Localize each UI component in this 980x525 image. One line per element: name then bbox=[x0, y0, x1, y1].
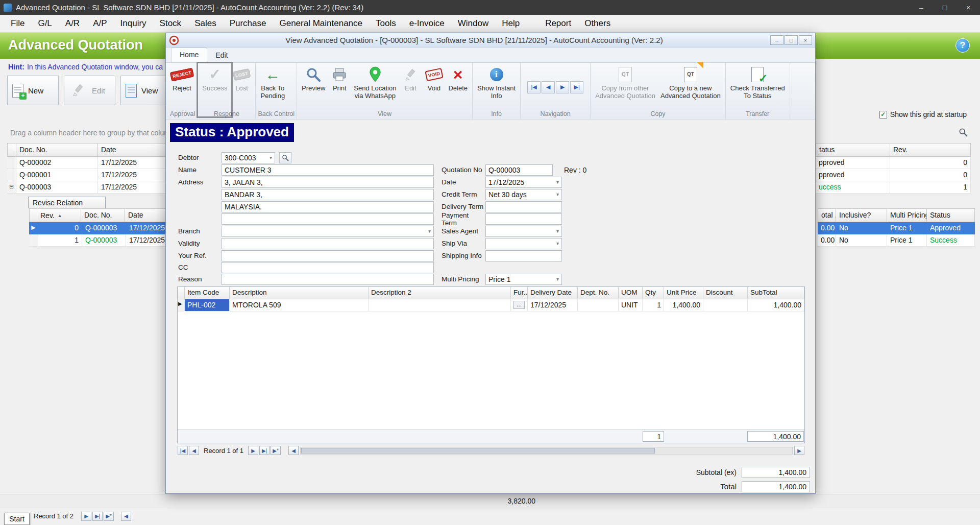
reason-field[interactable] bbox=[222, 274, 434, 285]
chevron-down-icon[interactable]: ▾ bbox=[556, 228, 559, 234]
table-row[interactable]: 0.00 No Price 1 Success bbox=[818, 234, 975, 247]
column-status[interactable]: Status bbox=[927, 208, 975, 222]
table-row[interactable]: ⊟ Q-000003 17/12/2025 bbox=[7, 181, 169, 194]
table-row[interactable]: Q-000002 17/12/2025 bbox=[7, 157, 169, 169]
horizontal-scrollbar[interactable] bbox=[300, 447, 793, 455]
item-row[interactable]: ▶ PHL-002 MTOROLA 509 … 17/12/2025 UNIT … bbox=[178, 299, 804, 312]
new-button[interactable]: + New bbox=[7, 76, 59, 105]
column-rev[interactable]: Rev. ▲ bbox=[37, 208, 81, 222]
column-total[interactable]: otal ... bbox=[818, 208, 836, 222]
help-icon[interactable]: ? bbox=[955, 38, 970, 53]
dialog-close-button[interactable]: × bbox=[799, 35, 812, 45]
menu-ap[interactable]: A/P bbox=[86, 18, 113, 29]
search-icon[interactable] bbox=[959, 128, 968, 138]
column-doc-no[interactable]: Doc. No. bbox=[81, 208, 125, 222]
debtor-lookup-button[interactable] bbox=[279, 152, 291, 163]
table-row[interactable]: pproved 0 bbox=[816, 157, 971, 169]
table-row[interactable]: Q-000001 17/12/2025 bbox=[7, 169, 169, 181]
lost-button[interactable]: LOST Lost bbox=[230, 64, 253, 109]
address-field-1[interactable]: 3, JALAN 3, bbox=[222, 177, 434, 188]
column-subtotal[interactable]: SubTotal bbox=[748, 287, 804, 299]
quotation-no-field[interactable]: Q-000003 bbox=[485, 164, 553, 176]
menu-stock[interactable]: Stock bbox=[153, 18, 188, 29]
menu-report[interactable]: Report bbox=[538, 18, 578, 29]
table-row-selected[interactable]: ▶ 0 Q-000003 17/12/2025 bbox=[29, 222, 187, 234]
column-further[interactable]: Fur... bbox=[511, 287, 528, 299]
column-dept-no[interactable]: Dept. No. bbox=[578, 287, 619, 299]
your-ref-field[interactable] bbox=[222, 250, 434, 261]
multi-pricing-combo[interactable]: Price 1▾ bbox=[485, 274, 562, 285]
menu-einvoice[interactable]: e-Invoice bbox=[403, 18, 451, 29]
chevron-down-icon[interactable]: ▾ bbox=[556, 241, 559, 246]
sales-agent-combo[interactable]: ▾ bbox=[485, 226, 562, 237]
menu-file[interactable]: File bbox=[4, 18, 31, 29]
close-button[interactable]: × bbox=[957, 0, 980, 15]
column-qty[interactable]: Qty bbox=[643, 287, 664, 299]
column-rev[interactable]: Rev. bbox=[890, 143, 971, 157]
table-row[interactable]: uccess 1 bbox=[816, 181, 971, 194]
menu-tools[interactable]: Tools bbox=[369, 18, 403, 29]
nav-new-button[interactable]: ▶* bbox=[271, 446, 281, 455]
nav-first-button[interactable]: |◀ bbox=[178, 446, 188, 455]
nav-prev-button[interactable]: ◀ bbox=[189, 446, 199, 455]
nav-next-button[interactable]: ▶ bbox=[248, 446, 258, 455]
scroll-left-button[interactable]: ◀ bbox=[288, 446, 299, 455]
minimize-button[interactable]: – bbox=[910, 0, 933, 15]
tab-home[interactable]: Home bbox=[171, 47, 207, 62]
send-location-whatsapp-button[interactable]: Send Location via WhatsApp bbox=[351, 64, 399, 109]
column-doc-no[interactable]: Doc. No. bbox=[16, 143, 98, 157]
chevron-down-icon[interactable]: ▾ bbox=[556, 276, 559, 282]
column-discount[interactable]: Discount bbox=[703, 287, 748, 299]
nav-prev-record-button[interactable]: ◀ bbox=[542, 81, 555, 93]
reject-button[interactable]: REJECT Reject bbox=[170, 64, 194, 109]
edit-document-button[interactable]: Edit bbox=[399, 64, 422, 109]
table-row-selected[interactable]: 0.00 No Price 1 Approved bbox=[818, 222, 975, 234]
start-button[interactable]: Start bbox=[4, 513, 30, 525]
dialog-maximize-button[interactable]: □ bbox=[785, 35, 798, 45]
nav-last-button[interactable]: ▶| bbox=[92, 512, 103, 521]
column-status[interactable]: tatus bbox=[816, 143, 890, 157]
debtor-combo[interactable]: 300-C003 ▾ bbox=[222, 152, 275, 163]
delete-button[interactable]: × Delete bbox=[446, 64, 470, 109]
address-field-2[interactable]: BANDAR 3, bbox=[222, 189, 434, 200]
column-inclusive[interactable]: Inclusive? bbox=[836, 208, 887, 222]
menu-general-maintenance[interactable]: General Maintenance bbox=[273, 18, 369, 29]
tab-edit[interactable]: Edit bbox=[207, 49, 236, 62]
column-description-2[interactable]: Description 2 bbox=[369, 287, 511, 299]
tab-revise-relation[interactable]: Revise Relation bbox=[28, 197, 106, 208]
table-row[interactable]: pproved 0 bbox=[816, 169, 971, 181]
view-button[interactable]: View bbox=[120, 76, 172, 105]
chevron-down-icon[interactable]: ▾ bbox=[428, 228, 431, 234]
column-item-code[interactable]: Item Code bbox=[185, 287, 230, 299]
delivery-term-field[interactable] bbox=[485, 201, 562, 212]
copy-to-new-button[interactable]: QT Copy to a new Advanced Quotation bbox=[658, 64, 723, 109]
scrollbar-thumb[interactable] bbox=[301, 448, 655, 454]
void-button[interactable]: VOID Void bbox=[422, 64, 446, 109]
column-date[interactable]: Date bbox=[98, 143, 169, 157]
cc-field[interactable] bbox=[222, 262, 434, 273]
column-description[interactable]: Description bbox=[230, 287, 369, 299]
table-row[interactable]: 1 Q-000003 17/12/2025 bbox=[29, 234, 187, 247]
name-field[interactable]: CUSTOMER 3 bbox=[222, 164, 434, 176]
scroll-left-button[interactable]: ◀ bbox=[121, 512, 131, 521]
credit-term-combo[interactable]: Net 30 days▾ bbox=[485, 189, 562, 200]
nav-new-button[interactable]: ▶* bbox=[104, 512, 114, 521]
show-grid-checkbox[interactable]: ✓ bbox=[879, 111, 887, 118]
menu-gl[interactable]: G/L bbox=[31, 18, 58, 29]
menu-ar[interactable]: A/R bbox=[59, 18, 86, 29]
nav-next-record-button[interactable]: ▶ bbox=[556, 81, 569, 93]
chevron-down-icon[interactable]: ▾ bbox=[556, 192, 559, 197]
date-picker[interactable]: 17/12/2025▾ bbox=[485, 177, 562, 188]
show-instant-info-button[interactable]: i Show Instant Info bbox=[475, 64, 518, 109]
validity-field[interactable] bbox=[222, 238, 434, 249]
back-to-pending-button[interactable]: ← Back To Pending bbox=[258, 64, 287, 109]
menu-inquiry[interactable]: Inquiry bbox=[114, 18, 153, 29]
nav-last-button[interactable]: ▶| bbox=[259, 446, 270, 455]
column-uom[interactable]: UOM bbox=[619, 287, 643, 299]
chevron-down-icon[interactable]: ▾ bbox=[556, 179, 559, 185]
ship-via-combo[interactable]: ▾ bbox=[485, 238, 562, 249]
column-unit-price[interactable]: Unit Price bbox=[664, 287, 703, 299]
edit-button[interactable]: Edit bbox=[64, 76, 115, 105]
nav-last-record-button[interactable]: ▶| bbox=[570, 81, 583, 93]
maximize-button[interactable]: □ bbox=[933, 0, 957, 15]
